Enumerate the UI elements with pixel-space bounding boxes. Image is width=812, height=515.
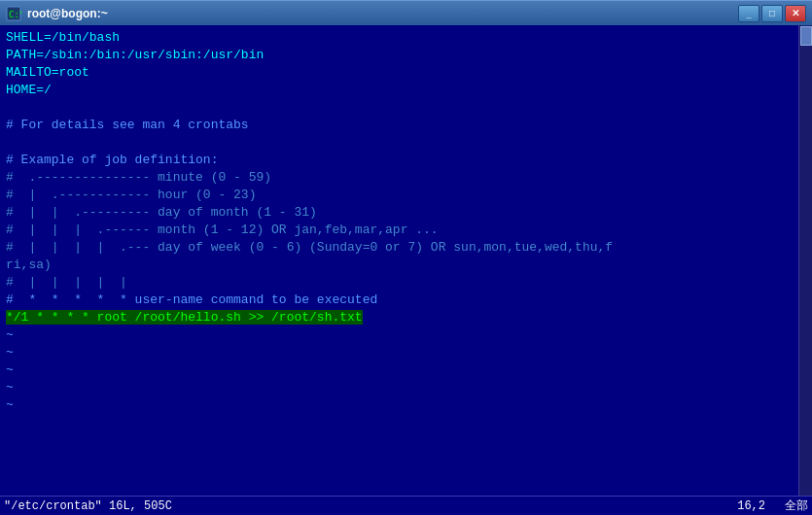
line-cron5: # | | | | .--- day of week (0 - 6) (Sund…	[6, 239, 798, 257]
scrollbar-thumb[interactable]	[800, 26, 812, 46]
line-home: HOME=/	[6, 82, 798, 99]
minimize-button[interactable]: _	[738, 5, 759, 22]
term-content: SHELL=/bin/bash PATH=/sbin:/bin:/usr/sbi…	[6, 29, 798, 486]
status-position: 16,2	[737, 499, 765, 513]
line-cronentry: */1 * * * * root /root/hello.sh >> /root…	[6, 309, 798, 326]
status-file-info: "/etc/crontab" 16L, 505C	[4, 499, 737, 513]
status-bar: "/etc/crontab" 16L, 505C 16,2 全部	[0, 496, 812, 515]
line-cron2: # | .------------ hour (0 - 23)	[6, 187, 798, 204]
line-tilde3: ~	[6, 361, 798, 379]
svg-text:C:\: C:\	[9, 10, 21, 19]
close-button[interactable]: ✕	[785, 5, 806, 22]
line-shell: SHELL=/bin/bash	[6, 29, 798, 47]
line-cron8: # * * * * * user-name command to be exec…	[6, 292, 798, 309]
line-comment2: # Example of job definition:	[6, 152, 798, 169]
line-path: PATH=/sbin:/bin:/usr/sbin:/usr/bin	[6, 47, 798, 64]
line-tilde5: ~	[6, 396, 798, 414]
scrollbar[interactable]	[798, 25, 812, 501]
maximize-button[interactable]: □	[761, 5, 783, 22]
terminal-icon: C:\	[6, 6, 21, 21]
line-blank1	[6, 99, 798, 117]
line-cron3: # | | .--------- day of month (1 - 31)	[6, 204, 798, 222]
line-cron1: # .--------------- minute (0 - 59)	[6, 169, 798, 187]
title-bar: C:\ root@bogon:~ _ □ ✕	[0, 0, 812, 25]
line-tilde1: ~	[6, 326, 798, 344]
line-cron7: # | | | | |	[6, 274, 798, 292]
line-tilde2: ~	[6, 344, 798, 361]
line-tilde4: ~	[6, 379, 798, 396]
status-mode: 全部	[785, 498, 808, 514]
line-mailto: MAILTO=root	[6, 64, 798, 82]
line-comment1: # For details see man 4 crontabs	[6, 117, 798, 134]
line-cron6: ri,sa)	[6, 257, 798, 274]
window-title: root@bogon:~	[27, 7, 738, 20]
line-blank2	[6, 134, 798, 152]
line-cron4: # | | | .------ month (1 - 12) OR jan,fe…	[6, 222, 798, 239]
terminal[interactable]: SHELL=/bin/bash PATH=/sbin:/bin:/usr/sbi…	[0, 25, 812, 515]
